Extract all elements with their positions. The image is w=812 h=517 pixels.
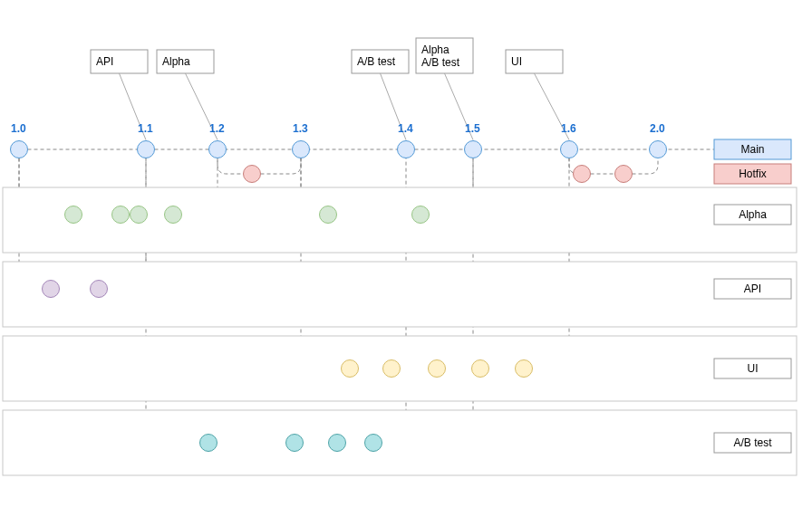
version-label: 1.2: [209, 122, 225, 135]
branch-label-alpha-text: Alpha: [739, 208, 767, 221]
lane-api: [3, 262, 797, 327]
hotfix-commit-0: [244, 166, 261, 183]
alpha-commit-2: [130, 206, 148, 224]
branch-label-ab-text: A/B test: [733, 436, 772, 449]
lane-ab: [3, 410, 797, 475]
version-label: 1.1: [138, 122, 153, 135]
ui-commit-2: [429, 360, 446, 378]
branch-label-main-text: Main: [740, 143, 764, 156]
gitflow-diagram: APIAlphaA/B testAlphaA/B testUI1.01.11.2…: [0, 0, 812, 517]
main-commit-1.0: [11, 141, 28, 158]
main-commit-1.3: [293, 141, 310, 158]
ui-commit-4: [516, 360, 533, 378]
tag-2-label: A/B test: [357, 55, 396, 68]
branch-label-ui-text: UI: [748, 362, 759, 375]
version-label: 1.5: [465, 122, 480, 135]
branch-label-hotfix-text: Hotfix: [739, 168, 767, 180]
api-commit-1: [91, 281, 108, 298]
tag-1-label: Alpha: [162, 55, 190, 68]
alpha-commit-4: [320, 206, 337, 224]
ui-commit-3: [472, 360, 489, 378]
ui-commit-0: [342, 360, 359, 378]
api-commit-0: [43, 281, 60, 298]
main-commit-1.6: [561, 141, 578, 158]
ab-commit-3: [365, 435, 382, 452]
tag-0-label: API: [96, 55, 113, 68]
hotfix-commit-2: [615, 166, 633, 183]
alpha-commit-1: [112, 206, 130, 224]
ab-commit-0: [200, 435, 218, 452]
ui-commit-1: [383, 360, 401, 378]
branch-label-api-text: API: [744, 282, 761, 295]
main-commit-1.1: [138, 141, 155, 158]
alpha-commit-0: [65, 206, 82, 224]
main-commit-1.2: [209, 141, 227, 158]
ab-commit-2: [329, 435, 346, 452]
main-commit-1.5: [465, 141, 482, 158]
tag-3-label: A/B test: [421, 56, 460, 69]
ab-commit-1: [286, 435, 304, 452]
version-label: 1.0: [11, 122, 26, 135]
alpha-commit-5: [412, 206, 430, 224]
version-label: 1.6: [561, 122, 576, 135]
alpha-commit-3: [165, 206, 182, 224]
main-commit-1.4: [398, 141, 415, 158]
main-commit-2.0: [650, 141, 667, 158]
hotfix-commit-1: [574, 166, 591, 183]
version-label: 2.0: [650, 122, 665, 135]
version-label: 1.4: [398, 122, 413, 135]
tag-3-label: Alpha: [421, 43, 450, 56]
version-label: 1.3: [293, 122, 308, 135]
tag-4-label: UI: [511, 55, 522, 68]
